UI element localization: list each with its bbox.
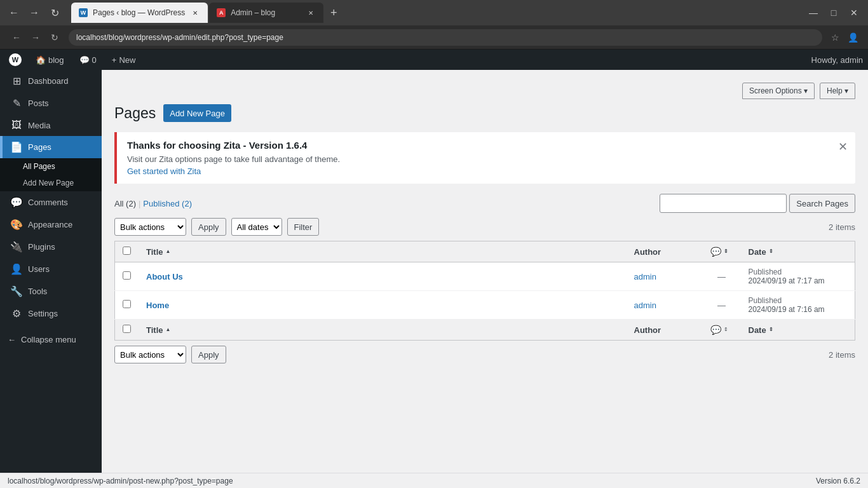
close-btn[interactable]: ✕ xyxy=(845,4,863,22)
search-pages-input[interactable] xyxy=(660,194,787,213)
sidebar-item-dashboard[interactable]: ⊞ Dashboard xyxy=(0,70,102,92)
wp-logo-circle: W xyxy=(9,53,22,66)
screen-options-btn[interactable]: Screen Options ▾ xyxy=(742,83,815,99)
select-all-footer-checkbox[interactable] xyxy=(123,325,131,333)
sidebar-item-label-tools: Tools xyxy=(28,287,47,296)
bulk-actions-select-bottom[interactable]: Bulk actions Move to Trash xyxy=(114,346,186,363)
bookmark-icon[interactable]: ☆ xyxy=(827,30,843,45)
page-link-home[interactable]: Home xyxy=(146,301,169,310)
sidebar-item-plugins[interactable]: 🔌 Plugins xyxy=(0,236,102,258)
td-author-home: admin xyxy=(627,291,703,320)
notice-link[interactable]: Get started with Zita xyxy=(127,166,201,176)
row-checkbox-about-us[interactable] xyxy=(123,271,131,280)
browser-refresh-btn[interactable]: ↻ xyxy=(46,4,64,22)
date-status-home: Published xyxy=(749,296,848,305)
title-sort-footer[interactable]: Title ▲ xyxy=(146,325,619,335)
adminbar-blog-link[interactable]: 🏠 blog xyxy=(31,50,69,70)
adminbar-blog-icon: 🏠 xyxy=(36,55,46,65)
date-filter-select[interactable]: All dates xyxy=(231,218,282,236)
theme-notice: ✕ Thanks for choosing Zita - Version 1.6… xyxy=(114,132,855,184)
comments-sort-footer-icon: 💬 xyxy=(710,325,721,335)
reload-btn[interactable]: ↻ xyxy=(46,29,64,46)
sidebar-item-label-media: Media xyxy=(28,121,50,130)
back-btn[interactable]: ← xyxy=(8,29,25,46)
profile-icon[interactable]: 👤 xyxy=(845,30,860,45)
minimize-btn[interactable]: — xyxy=(804,4,822,22)
tools-icon: 🔧 xyxy=(10,285,23,297)
screen-options-bar: Screen Options ▾ Help ▾ xyxy=(114,83,855,99)
comments-sort-icon: 💬 xyxy=(710,247,721,257)
browser-chrome: ← → ↻ W Pages ‹ blog — WordPress ✕ A Adm… xyxy=(0,0,868,25)
bulk-actions-apply-bottom[interactable]: Apply xyxy=(191,346,226,363)
table-body: About Us admin — Published 2024/09/19 at… xyxy=(115,262,855,341)
new-tab-button[interactable]: + xyxy=(325,4,342,22)
title-sort[interactable]: Title ▲ xyxy=(146,247,619,257)
tf-title-label: Title xyxy=(146,325,163,335)
browser-tab-2[interactable]: A Admin – blog ✕ xyxy=(209,3,323,23)
select-all-checkbox[interactable] xyxy=(123,247,131,255)
all-pages-label: All Pages xyxy=(23,162,55,171)
sidebar-submenu-all-pages[interactable]: All Pages xyxy=(0,158,102,175)
comments-value-home: — xyxy=(717,301,726,310)
page-link-about-us[interactable]: About Us xyxy=(146,272,183,281)
sidebar-submenu-add-new[interactable]: Add New Page xyxy=(0,175,102,191)
add-new-page-btn[interactable]: Add New Page xyxy=(163,104,231,122)
wp-logo[interactable]: W xyxy=(5,50,25,70)
date-sort-footer[interactable]: Date ⇕ xyxy=(749,325,848,335)
sidebar-item-pages[interactable]: 📄 Pages xyxy=(0,136,102,158)
search-pages-btn[interactable]: Search Pages xyxy=(789,194,855,213)
address-bar: ← → ↻ ☆ 👤 xyxy=(0,25,868,50)
bulk-actions-select-top[interactable]: Bulk actions Move to Trash xyxy=(114,218,186,236)
media-icon: 🖼 xyxy=(10,119,23,131)
browser-back-btn[interactable]: ← xyxy=(5,4,23,22)
tf-comments: 💬 ⇕ xyxy=(703,320,741,341)
author-link-home[interactable]: admin xyxy=(634,301,656,310)
tab-close-2[interactable]: ✕ xyxy=(306,8,316,18)
sidebar-item-label-plugins: Plugins xyxy=(28,242,55,252)
sidebar-submenu-pages: All Pages Add New Page xyxy=(0,158,102,191)
browser-forward-btn[interactable]: → xyxy=(25,4,43,22)
notice-dismiss-btn[interactable]: ✕ xyxy=(838,140,848,154)
notice-description: Visit our Zita options page to take full… xyxy=(127,154,845,164)
collapse-menu-btn[interactable]: ← Collapse menu xyxy=(0,330,102,349)
sidebar-item-tools[interactable]: 🔧 Tools xyxy=(0,280,102,302)
filter-all-label: All xyxy=(114,199,123,208)
sidebar-item-settings[interactable]: ⚙ Settings xyxy=(0,302,102,325)
filter-published-count: (2) xyxy=(182,199,192,208)
row-checkbox-home[interactable] xyxy=(123,300,131,308)
sidebar-item-users[interactable]: 👤 Users xyxy=(0,258,102,280)
date-value-home: 2024/09/19 at 7:16 am xyxy=(749,305,848,314)
bulk-actions-bar-bottom: Bulk actions Move to Trash Apply 2 items xyxy=(114,346,855,363)
date-value-about-us: 2024/09/19 at 7:17 am xyxy=(749,276,848,285)
add-new-page-label: Add New Page xyxy=(23,179,74,187)
forward-btn[interactable]: → xyxy=(27,29,44,46)
tf-checkbox xyxy=(115,320,139,341)
sidebar-item-comments[interactable]: 💬 Comments xyxy=(0,191,102,214)
comments-sort-footer[interactable]: 💬 ⇕ xyxy=(710,325,733,335)
adminbar-comments-link[interactable]: 💬 0 xyxy=(74,50,102,70)
comments-sort[interactable]: 💬 ⇕ xyxy=(710,247,733,257)
maximize-btn[interactable]: □ xyxy=(825,4,843,22)
address-input[interactable] xyxy=(69,29,822,46)
wp-layout: ⊞ Dashboard ✎ Posts 🖼 Media 📄 Pages All … xyxy=(0,70,868,488)
window-controls: — □ ✕ xyxy=(804,4,863,22)
sidebar-item-media[interactable]: 🖼 Media xyxy=(0,114,102,136)
posts-icon: ✎ xyxy=(10,97,23,109)
address-icons: ☆ 👤 xyxy=(827,30,860,45)
adminbar-new-link[interactable]: + New xyxy=(107,50,141,70)
sidebar-item-appearance[interactable]: 🎨 Appearance xyxy=(0,214,102,236)
sidebar-item-posts[interactable]: ✎ Posts xyxy=(0,92,102,114)
status-url: localhost/blog/wordpress/wp-admin/post-n… xyxy=(8,477,233,485)
author-link-about-us[interactable]: admin xyxy=(634,272,656,281)
td-title-about-us: About Us xyxy=(139,262,627,291)
date-sort[interactable]: Date ⇕ xyxy=(749,247,848,257)
filter-all-link[interactable]: All (2) xyxy=(114,199,136,208)
browser-tab-1[interactable]: W Pages ‹ blog — WordPress ✕ xyxy=(71,3,208,23)
bulk-actions-apply-top[interactable]: Apply xyxy=(191,218,226,236)
adminbar-blog-name: blog xyxy=(48,55,64,65)
help-btn[interactable]: Help ▾ xyxy=(820,83,855,99)
th-author-label: Author xyxy=(634,247,661,257)
tab-close-1[interactable]: ✕ xyxy=(190,8,200,18)
filter-apply-btn[interactable]: Filter xyxy=(287,218,320,236)
filter-published-link[interactable]: Published (2) xyxy=(143,199,192,208)
